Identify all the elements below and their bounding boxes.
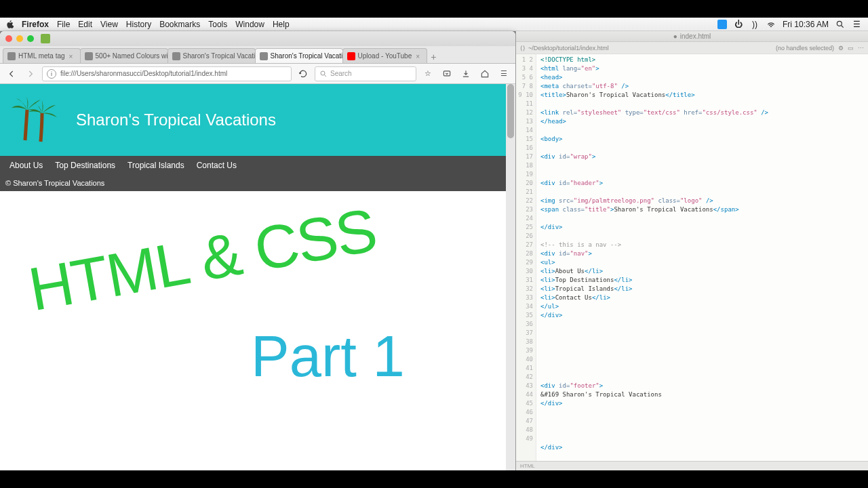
status-lang: HTML <box>520 463 535 469</box>
menubar-list-icon[interactable]: ☰ <box>852 20 861 29</box>
editor-title: index.html <box>680 33 711 40</box>
firefox-toolbar: i file:///Users/sharonmasucci/Desktop/tu… <box>0 64 515 84</box>
svg-rect-2 <box>443 70 450 75</box>
favicon-icon <box>7 52 16 60</box>
new-tab-button[interactable]: + <box>427 51 440 63</box>
tab-sharons-1[interactable]: Sharon's Tropical Vacations× <box>167 48 256 63</box>
tab-close-icon[interactable]: × <box>69 53 76 60</box>
favicon-icon <box>172 52 180 60</box>
firefox-extension-icon[interactable] <box>41 34 50 43</box>
editor-statusbar: HTML <box>516 461 868 470</box>
svg-point-1 <box>321 71 325 75</box>
menubar-extra-icon[interactable] <box>717 20 727 29</box>
nav-islands[interactable]: Tropical Islands <box>127 161 184 170</box>
firefox-titlebar[interactable] <box>0 31 515 46</box>
menubar-wifi-icon[interactable] <box>766 20 776 29</box>
code-editor-window: ●index.html ⟨⟩ ~/Desktop/tutorial1/index… <box>515 31 868 470</box>
editor-tab-chevron[interactable]: ⟨⟩ <box>520 45 526 52</box>
zoom-window-button[interactable] <box>27 35 34 42</box>
line-gutter: 1 2 3 4 5 6 7 8 9 10 11 12 13 14 15 16 1… <box>516 54 536 461</box>
svg-point-0 <box>837 21 842 26</box>
spotlight-icon[interactable] <box>835 20 845 29</box>
forward-button[interactable] <box>23 66 38 81</box>
editor-path[interactable]: ~/Desktop/tutorial1/index.html <box>528 45 776 52</box>
url-bar[interactable]: i file:///Users/sharonmasucci/Desktop/tu… <box>42 66 292 81</box>
editor-more-icon[interactable]: ⋯ <box>858 45 864 52</box>
nav-about[interactable]: About Us <box>9 161 43 170</box>
nav-contact[interactable]: Contact Us <box>197 161 237 170</box>
youtube-favicon-icon <box>347 52 355 60</box>
site-title: Sharon's Tropical Vacations <box>76 110 276 129</box>
palm-tree-logo-icon <box>8 93 62 147</box>
downloads-icon[interactable] <box>458 66 473 81</box>
menu-file[interactable]: File <box>57 20 70 29</box>
firefox-window: HTML meta tag× 500+ Named Colours with r… <box>0 31 515 470</box>
page-body: HTML & CSS Part 1 <box>0 191 515 462</box>
search-bar[interactable]: Search <box>315 66 416 81</box>
nav-destinations[interactable]: Top Destinations <box>55 161 115 170</box>
bookmark-star-icon[interactable]: ☆ <box>420 66 435 81</box>
firefox-tabstrip: HTML meta tag× 500+ Named Colours with r… <box>0 46 515 64</box>
search-placeholder: Search <box>330 70 352 77</box>
desktop: HTML meta tag× 500+ Named Colours with r… <box>0 31 868 470</box>
tab-named-colours[interactable]: 500+ Named Colours with r...× <box>80 48 168 63</box>
url-text: file:///Users/sharonmasucci/Desktop/tuto… <box>60 70 227 77</box>
scrollbar[interactable] <box>506 84 515 470</box>
tab-label: 500+ Named Colours with r... <box>96 52 168 60</box>
scrollbar-thumb[interactable] <box>507 84 514 138</box>
close-window-button[interactable] <box>5 35 12 42</box>
favicon-icon <box>260 52 268 60</box>
editor-body: 1 2 3 4 5 6 7 8 9 10 11 12 13 14 15 16 1… <box>516 54 868 461</box>
tab-youtube-upload[interactable]: Upload - YouTube× <box>342 48 428 63</box>
editor-handles-label[interactable]: (no handles selected) <box>776 45 834 52</box>
tab-close-icon[interactable]: × <box>416 53 422 60</box>
menu-edit[interactable]: Edit <box>78 20 92 29</box>
minimize-window-button[interactable] <box>16 35 23 42</box>
tab-label: Upload - YouTube <box>358 52 412 60</box>
menu-view[interactable]: View <box>100 20 118 29</box>
tab-html-meta[interactable]: HTML meta tag× <box>3 48 81 63</box>
favicon-icon <box>85 52 93 60</box>
window-controls <box>5 35 34 42</box>
tab-label: HTML meta tag <box>18 52 65 60</box>
menubar-volume-icon[interactable]: )) <box>750 20 760 29</box>
overlay-subtitle: Part 1 <box>251 323 405 390</box>
site-info-icon[interactable]: i <box>47 69 56 79</box>
hamburger-icon[interactable]: ☰ <box>496 66 511 81</box>
editor-tabbar: ⟨⟩ ~/Desktop/tutorial1/index.html (no ha… <box>516 42 868 54</box>
menu-window[interactable]: Window <box>235 20 264 29</box>
reload-button[interactable] <box>296 66 311 81</box>
menubar-clock[interactable]: Fri 10:36 AM <box>783 20 829 29</box>
footer-text: © Sharon's Tropical Vacations <box>5 179 104 187</box>
editor-titlebar[interactable]: ●index.html <box>516 31 868 42</box>
menu-bookmarks[interactable]: Bookmarks <box>159 20 200 29</box>
tab-sharons-2[interactable]: Sharon's Tropical Vacations× <box>255 48 343 63</box>
pocket-icon[interactable] <box>439 66 454 81</box>
back-button[interactable] <box>4 66 19 81</box>
tab-label: Sharon's Tropical Vacations <box>271 52 343 60</box>
home-icon[interactable] <box>477 66 492 81</box>
search-icon <box>319 70 328 78</box>
editor-split-icon[interactable]: ▭ <box>848 45 854 52</box>
code-area[interactable]: <!DOCTYPE html> <html lang="en"> <head> … <box>536 54 868 461</box>
site-header: Sharon's Tropical Vacations <box>0 84 515 156</box>
menu-help[interactable]: Help <box>273 20 290 29</box>
overlay-title: HTML & CSS <box>24 195 381 325</box>
apple-icon[interactable] <box>5 20 15 29</box>
site-footer: © Sharon's Tropical Vacations <box>0 175 515 191</box>
editor-gear-icon[interactable]: ⚙ <box>838 45 844 52</box>
menubar-power-icon[interactable]: ⏻ <box>734 20 743 29</box>
site-nav: About Us Top Destinations Tropical Islan… <box>0 156 515 175</box>
menu-tools[interactable]: Tools <box>208 20 227 29</box>
macos-menubar: Firefox File Edit View History Bookmarks… <box>0 18 868 31</box>
page-content: Sharon's Tropical Vacations About Us Top… <box>0 84 515 470</box>
menu-history[interactable]: History <box>126 20 151 29</box>
menubar-app[interactable]: Firefox <box>22 20 49 29</box>
tab-label: Sharon's Tropical Vacations <box>183 52 256 60</box>
